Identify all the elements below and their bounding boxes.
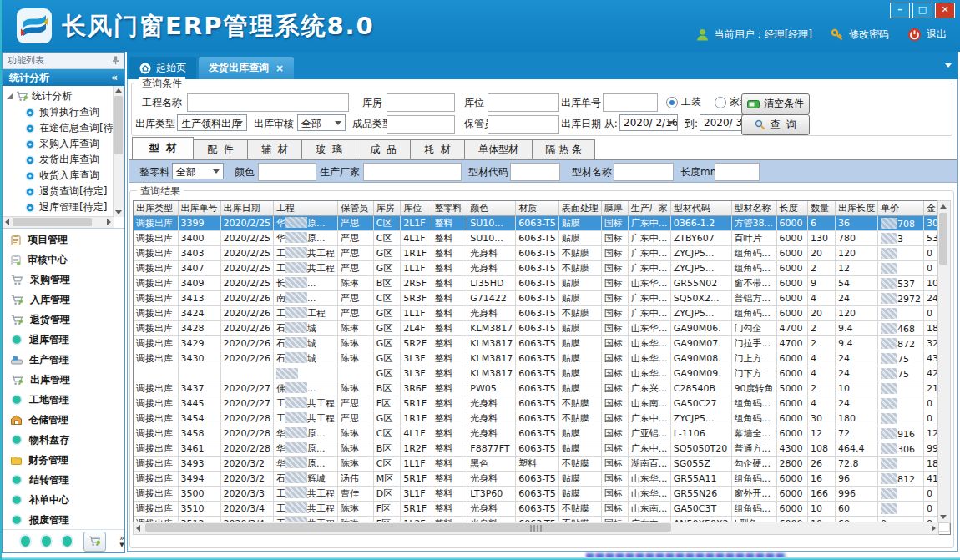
tree-expander-icon[interactable] [7, 93, 13, 99]
column-header[interactable]: 出库类型 [134, 201, 178, 216]
table-row[interactable]: 调拨出库35002020/3/3工共工程曹佳D区3L1F整料LT3P606063… [134, 487, 950, 502]
sidebar-item-dot-teal[interactable]: 报废管理 [3, 510, 124, 529]
tree-item[interactable]: 收货入库查询 [3, 168, 113, 184]
order-no-input[interactable] [603, 93, 658, 112]
dot-icon[interactable] [21, 536, 30, 547]
sidebar-item-folder-yellow[interactable]: 财务管理 [3, 450, 124, 470]
column-header[interactable]: 库房 [373, 201, 400, 216]
length-input[interactable] [715, 163, 760, 181]
tab-outbound-query[interactable]: 发货出库查询 × [199, 57, 294, 79]
table-row[interactable]: 调拨出库34302020/2/26石城陈琳G区3L3F整料KLM38176063… [134, 351, 950, 366]
table-row[interactable]: 调拨出库33992020/2/25华原...严思C区2L1F整料SU10...6… [134, 216, 950, 231]
table-row[interactable]: 调拨出库34282020/2/26石城陈琳G区2L4F整料KLM38176063… [134, 321, 950, 336]
profile-code-input[interactable] [510, 163, 560, 181]
whole-scrap-select[interactable]: 全部 [172, 163, 224, 179]
grid-horizontal-scrollbar[interactable] [133, 522, 939, 535]
cart-toolbar-button[interactable] [83, 532, 106, 552]
column-header[interactable]: 保管员 [338, 201, 374, 216]
sidebar-item-cart[interactable]: 采购管理 [3, 270, 124, 290]
tree-item[interactable]: 退库管理[待定] [3, 199, 113, 215]
color-input[interactable] [258, 163, 316, 181]
tree-item[interactable]: 预算执行查询 [3, 104, 113, 120]
tree-item[interactable]: 在途信息查询[待 [3, 120, 113, 136]
column-header[interactable]: 出库日期 [220, 201, 273, 216]
sidebar-item-dot-teal[interactable]: 退库管理 [3, 330, 124, 350]
column-header[interactable]: 数量 [808, 201, 836, 216]
table-row[interactable]: 调拨出库34932020/3/2华原...陈琳C区1L1F整料黑色塑料不贴膜国标… [134, 457, 950, 472]
column-header[interactable]: 库位 [401, 201, 432, 216]
table-row[interactable]: 调拨出库34292020/2/26石城陈琳G区5R2F整料KLM38176063… [134, 336, 950, 351]
manufacturer-input[interactable] [363, 163, 462, 181]
table-row[interactable]: G区3L3F整料KLM38176063-T5贴膜国标山东华...GA90M09.… [134, 366, 950, 381]
column-header[interactable]: 型材名称 [731, 201, 776, 216]
table-row[interactable]: 调拨出库34372020/2/27佛...陈琳B区3R6F整料PW056063-… [134, 381, 950, 396]
dot-icon[interactable] [63, 536, 72, 547]
tree-root-stats[interactable]: 统计分析 [3, 88, 113, 104]
column-header[interactable]: 整零料 [432, 201, 467, 216]
sidebar-item-cart-green[interactable]: 入库管理 [3, 290, 124, 310]
maximize-button[interactable]: □ [912, 3, 932, 18]
material-tab[interactable]: 玻 璃 [302, 139, 356, 159]
material-tab[interactable]: 耗 材 [411, 139, 465, 159]
change-password-link[interactable]: 修改密码 [849, 28, 889, 42]
column-header[interactable]: 型材代码 [670, 201, 731, 216]
profile-name-input[interactable] [614, 163, 674, 181]
column-header[interactable]: 长度 [776, 201, 808, 216]
column-header[interactable]: 材质 [516, 201, 559, 216]
material-tab[interactable]: 配 件 [194, 139, 248, 159]
column-header[interactable]: 生产厂家 [628, 201, 670, 216]
tree-item[interactable]: 发货出库查询 [3, 152, 113, 168]
radio-industrial[interactable]: 工装 [666, 95, 701, 109]
pin-icon[interactable] [112, 56, 119, 65]
outbound-type-select[interactable]: 生产领料出库 [177, 114, 247, 131]
table-row[interactable]: 调拨出库34452020/2/27工共工程严思F区5R1F整料光身料6063-T… [134, 396, 950, 411]
column-header[interactable]: 出库长度 [835, 201, 877, 216]
sidebar-item-cart-green[interactable]: 出库管理 [3, 370, 124, 390]
sidebar-item-machine[interactable]: 生产管理 [3, 350, 124, 370]
table-row[interactable]: 调拨出库34542020/2/28工共工程严思G区1R1F整料光身料6063-T… [134, 411, 950, 426]
table-row[interactable]: 调拨出库34612020/2/28华原...陈琳B区1R2F整料F8877FT6… [134, 441, 950, 457]
sidebar-item-dot-teal[interactable]: 结转管理 [3, 470, 124, 490]
column-header[interactable]: 出库单号 [178, 201, 220, 216]
dot-icon[interactable] [42, 536, 51, 547]
table-row[interactable]: 调拨出库35102020/3/4工共工程陈琳F区5R1F整料光身料6063-T5… [134, 502, 950, 517]
tree-item[interactable]: 采购入库查询 [3, 136, 113, 152]
sidebar-item-cart-green[interactable]: 退货管理 [3, 310, 124, 330]
table-row[interactable]: 调拨出库34092020/2/25长...陈琳B区2R5F整料LI35HD606… [134, 276, 950, 291]
keeper-input[interactable] [488, 115, 559, 134]
table-row[interactable]: 调拨出库34132020/2/26南...严思C区5R3F整料G71422606… [134, 291, 950, 306]
collapse-icon[interactable]: « [111, 69, 118, 86]
material-tab[interactable]: 隔 热 条 [533, 139, 595, 159]
warehouse-input[interactable] [387, 93, 455, 112]
table-row[interactable]: 调拨出库34032020/2/25工共工程严思G区1R1F整料光身料6063-T… [134, 246, 950, 261]
column-header[interactable]: 表面处理 [558, 201, 601, 216]
table-row[interactable]: 调拨出库34582020/2/28华原...陈琳C区4L1F整料光身料6063-… [134, 426, 950, 441]
sidebar-overflow-button[interactable]: » ▼ [119, 535, 124, 548]
table-row[interactable]: 调拨出库34942020/3/2石辉城汤伟M区5R1F整料光身料6063-T5贴… [134, 472, 950, 487]
column-header[interactable]: 工程 [274, 201, 338, 216]
tree-vertical-scrollbar[interactable] [113, 86, 124, 217]
material-tab[interactable]: 成 品 [356, 139, 411, 159]
material-tab[interactable]: 辅 材 [248, 139, 302, 159]
sidebar-item-dot-teal[interactable]: 物料盘存 [3, 430, 124, 450]
tab-home[interactable]: 起始页 [129, 57, 196, 79]
project-name-input[interactable] [187, 93, 349, 112]
table-row[interactable]: 调拨出库34002020/2/25华原...严思C区4L1F整料SU10...6… [134, 231, 950, 246]
tab-list-dropdown-icon[interactable] [945, 63, 952, 68]
close-button[interactable]: ✕ [935, 3, 955, 18]
material-tab[interactable]: 单体型材 [465, 139, 533, 159]
tab-close-icon[interactable]: × [275, 63, 284, 74]
sidebar-item-dot-teal[interactable]: 补单中心 [3, 490, 124, 510]
clear-conditions-button[interactable]: 清空条件 [741, 93, 810, 114]
table-row[interactable]: 调拨出库34072020/2/25工共工程严思G区1L1F整料光身料6063-T… [134, 261, 950, 276]
material-tab[interactable]: 型 材 [132, 137, 194, 159]
column-header[interactable]: 单价 [877, 201, 923, 216]
search-button[interactable]: 查 询 [741, 114, 810, 135]
sidebar-section-stats[interactable]: 统计分析 « [3, 69, 124, 86]
product-type-input[interactable] [387, 115, 455, 134]
table-row[interactable]: 调拨出库34242020/2/26工工程严思G区1L1F整料光身料6063-T5… [134, 306, 950, 321]
date-from-select[interactable]: 2020/ 2/16 [619, 114, 678, 131]
tree-horizontal-scrollbar[interactable] [3, 216, 114, 228]
tree-item[interactable]: 退货查询[待定] [3, 184, 113, 199]
grid-vertical-scrollbar[interactable] [937, 200, 951, 523]
